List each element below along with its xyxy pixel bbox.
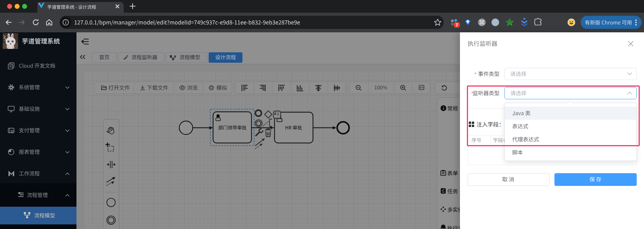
svg-text:7: 7 xyxy=(456,23,458,27)
